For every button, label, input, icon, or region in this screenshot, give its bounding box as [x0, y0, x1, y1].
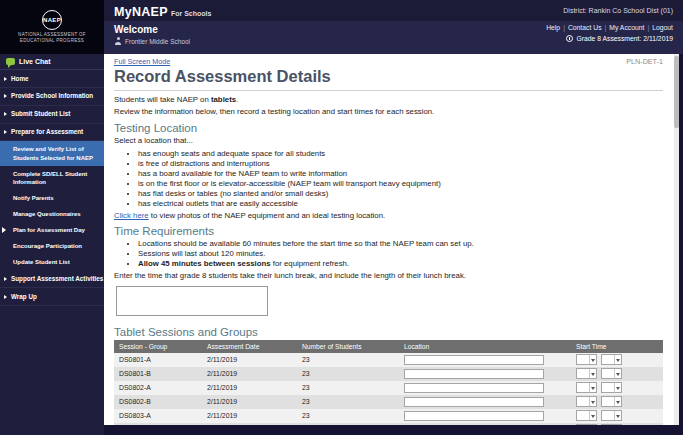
sidebar-subitem-label: Plan for Assessment Day — [13, 227, 85, 233]
assessment-line: Grade 8 Assessment: 2/11/2019 — [546, 35, 673, 42]
start-time-hour-select-3[interactable] — [576, 382, 597, 393]
bullet-item: has electrical outlets that are easily a… — [138, 199, 663, 209]
start-time-hour-select-5[interactable] — [576, 410, 597, 421]
intro-suffix: . — [236, 95, 238, 104]
session-group-cell: DS0802-A — [114, 381, 202, 395]
bullet-item: has flat desks or tables (no slanted and… — [138, 189, 663, 199]
bullet-text: for equipment refresh. — [271, 259, 349, 268]
triangle-right-icon — [4, 277, 7, 281]
sidebar-item-submit-student-list[interactable]: Submit Student List — [0, 106, 104, 124]
sidebar-subitem-update-student-list[interactable]: Update Student List — [0, 254, 104, 270]
bullet-item: Allow 45 minutes between sessions for eq… — [138, 259, 663, 269]
column-header-start-time: Start Time — [571, 340, 663, 353]
number-of-students-cell: 23 — [297, 395, 399, 409]
assessment-date-cell: 2/11/2019 — [202, 423, 297, 425]
main-content: Full Screen Mode PLN-DET-1 Record Assess… — [104, 54, 679, 425]
naep-logo-tagline: NATIONAL ASSESSMENT OF EDUCATIONAL PROGR… — [13, 32, 91, 44]
welcome-block: Welcome Frontier Middle School — [114, 24, 190, 54]
school-line: Frontier Middle School — [114, 37, 190, 45]
start-time-hour-select-4[interactable] — [576, 396, 597, 407]
lunch-break-textarea[interactable] — [116, 286, 268, 316]
scrollbar[interactable] — [674, 54, 679, 425]
session-row: DS0801-A 2/11/2019 23 — [114, 353, 663, 367]
contact-us-link[interactable]: Contact Us — [560, 24, 601, 31]
brand: MyNAEPFor Schools — [114, 2, 211, 20]
session-row: DS0803-A 2/11/2019 23 — [114, 409, 663, 423]
tablet-sessions-heading: Tablet Sessions and Groups — [114, 326, 663, 338]
my-account-link[interactable]: My Account — [602, 24, 645, 31]
triangle-right-icon — [4, 130, 7, 134]
sidebar-subitem-label: Manage Questionnaires — [13, 211, 81, 217]
scrollbar-thumb[interactable] — [674, 56, 679, 128]
lunch-prompt: Enter the time that grade 8 students tak… — [114, 271, 663, 281]
session-row: DS0802-B 2/11/2019 23 — [114, 395, 663, 409]
logout-link[interactable]: Logout — [644, 24, 673, 31]
bullet-item: Locations should be available 60 minutes… — [138, 239, 663, 249]
start-time-minute-select-5[interactable] — [601, 410, 622, 421]
start-time-minute-select-2[interactable] — [601, 368, 622, 379]
sidebar-subitem-review-and-verify-list[interactable]: Review and Verify List of Students Selec… — [0, 141, 104, 165]
clock-icon — [566, 35, 573, 42]
location-input-3[interactable] — [404, 383, 544, 393]
bullet-text: Locations should be available 60 minutes… — [138, 239, 474, 248]
session-group-cell: DS0801-A — [114, 353, 202, 367]
live-chat-button[interactable]: Live Chat — [0, 54, 104, 70]
content-topline: Full Screen Mode PLN-DET-1 — [114, 57, 663, 66]
column-header-assessment-date: Assessment Date — [202, 340, 297, 353]
session-row: DS0802-A 2/11/2019 23 — [114, 381, 663, 395]
sidebar-item-wrap-up[interactable]: Wrap Up — [0, 288, 104, 306]
sidebar-item-home[interactable]: Home — [0, 70, 104, 88]
start-time-hour-select-1[interactable] — [576, 354, 597, 365]
bullet-bold: Allow 45 minutes between sessions — [138, 259, 271, 268]
sidebar-subitem-complete-sd-ell-information[interactable]: Complete SD/ELL Student Information — [0, 166, 104, 190]
sidebar-item-prepare-for-assessment[interactable]: Prepare for Assessment — [0, 124, 104, 142]
session-row: DS0803-B 2/11/2019 23 — [114, 423, 663, 425]
sidebar: Live Chat Home Provide School Informatio… — [0, 54, 104, 435]
sidebar-item-label: Submit Student List — [11, 110, 70, 117]
column-header-number-of-students: Number of Students — [297, 340, 399, 353]
session-group-cell: DS0801-B — [114, 367, 202, 381]
select-location-text: Select a location that... — [114, 136, 663, 146]
sidebar-subitem-manage-questionnaires[interactable]: Manage Questionnaires — [0, 206, 104, 222]
sidebar-item-label: Prepare for Assessment — [11, 128, 83, 135]
start-time-minute-select-6[interactable] — [601, 424, 622, 425]
brand-subtitle: For Schools — [171, 10, 211, 17]
bullet-item: Sessions will last about 120 minutes. — [138, 249, 663, 259]
start-time-minute-select-1[interactable] — [601, 354, 622, 365]
bullet-item: has enough seats and adequate space for … — [138, 149, 663, 159]
triangle-right-icon — [4, 77, 7, 81]
sidebar-item-support-assessment-activities[interactable]: Support Assessment Activities — [0, 270, 104, 288]
start-time-hour-select-2[interactable] — [576, 368, 597, 379]
sidebar-subitem-plan-for-assessment-day[interactable]: Plan for Assessment Day — [0, 222, 104, 238]
table-header-row: Session - Group Assessment Date Number o… — [114, 340, 663, 353]
bullet-item: is on the first floor or is elevator-acc… — [138, 179, 663, 189]
start-time-minute-select-3[interactable] — [601, 382, 622, 393]
sidebar-subitem-notify-parents[interactable]: Notify Parents — [0, 190, 104, 206]
location-input-4[interactable] — [404, 397, 544, 407]
start-time-minute-select-4[interactable] — [601, 396, 622, 407]
assessment-info: Grade 8 Assessment: 2/11/2019 — [576, 35, 673, 42]
triangle-right-icon — [4, 295, 7, 299]
assessment-date-cell: 2/11/2019 — [202, 381, 297, 395]
welcome-label: Welcome — [114, 24, 190, 35]
full-screen-mode-link[interactable]: Full Screen Mode — [114, 57, 170, 66]
intro-bold: tablets — [211, 95, 236, 104]
click-here-link[interactable]: Click here — [114, 211, 149, 220]
intro-line-2: Review the information below, then recor… — [114, 107, 663, 117]
chat-bubble-icon — [6, 58, 15, 65]
location-input-1[interactable] — [404, 355, 544, 365]
help-link[interactable]: Help — [546, 24, 560, 31]
sidebar-item-provide-school-information[interactable]: Provide School Information — [0, 88, 104, 106]
session-row: DS0801-B 2/11/2019 23 — [114, 367, 663, 381]
naep-logo: NAEP NATIONAL ASSESSMENT OF EDUCATIONAL … — [0, 0, 104, 54]
testing-location-heading: Testing Location — [114, 122, 663, 134]
triangle-right-icon — [4, 94, 7, 98]
start-time-hour-select-6[interactable] — [576, 424, 597, 425]
location-input-5[interactable] — [404, 411, 544, 421]
location-input-2[interactable] — [404, 369, 544, 379]
session-group-cell: DS0802-B — [114, 395, 202, 409]
person-icon — [114, 37, 122, 45]
sidebar-subitem-encourage-participation[interactable]: Encourage Participation — [0, 238, 104, 254]
number-of-students-cell: 23 — [297, 367, 399, 381]
header-brand-bar: MyNAEPFor Schools District: Rankin Co Sc… — [104, 0, 683, 21]
